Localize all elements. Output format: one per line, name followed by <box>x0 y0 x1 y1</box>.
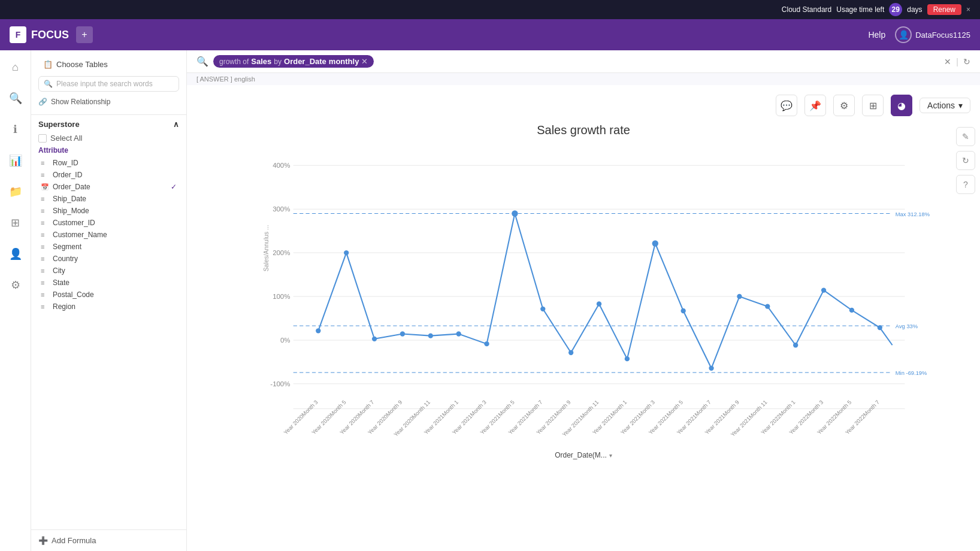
nav-user-icon[interactable]: 👤 <box>6 244 25 264</box>
select-all-checkbox[interactable] <box>38 134 47 143</box>
header-right: Help 👤 DataFocus1125 <box>868 26 970 43</box>
clear-search-icon[interactable]: ✕ <box>944 57 951 66</box>
table-icon-btn[interactable]: ⊞ <box>862 95 884 116</box>
top-banner: Cloud Standard Usage time left 29 days R… <box>0 0 980 19</box>
field-item-ship_date[interactable]: ≡Ship_Date <box>38 193 179 205</box>
answer-label: [ ANSWER ] english <box>187 73 980 85</box>
field-type-icon: ≡ <box>41 171 49 178</box>
left-nav: ⌂ 🔍 ℹ 📊 📁 ⊞ 👤 ⚙ <box>0 50 31 551</box>
add-formula-label: Add Formula <box>52 536 96 545</box>
field-name-label: Segment <box>53 243 177 251</box>
field-name-label: Country <box>53 255 177 263</box>
user-avatar: 👤 <box>895 26 912 43</box>
nav-table2-icon[interactable]: ⊞ <box>6 213 25 232</box>
field-item-row_id[interactable]: ≡Row_ID <box>38 157 179 169</box>
pill-order-date: Order_Date <box>284 57 326 66</box>
nav-search-icon[interactable]: 🔍 <box>6 89 25 108</box>
svg-text:300%: 300% <box>273 205 290 213</box>
nav-folder-icon[interactable]: 📁 <box>6 182 25 201</box>
refresh-search-icon[interactable]: ↻ <box>963 57 970 66</box>
field-name-label: Row_ID <box>53 159 177 167</box>
pill-close-icon[interactable]: ✕ <box>361 57 368 66</box>
new-tab-button[interactable]: + <box>76 26 93 43</box>
search-pill[interactable]: growth of Sales by Order_Date monthly ✕ <box>213 55 374 68</box>
field-item-country[interactable]: ≡Country <box>38 253 179 265</box>
data-point <box>428 333 433 338</box>
table-header[interactable]: Superstore ∧ <box>38 120 179 129</box>
field-item-state[interactable]: ≡State <box>38 277 179 289</box>
field-name-label: Region <box>53 302 177 311</box>
logo-icon: F <box>10 26 26 43</box>
settings-icon-btn[interactable]: ⚙ <box>833 95 855 116</box>
field-item-order_id[interactable]: ≡Order_ID <box>38 169 179 181</box>
field-item-ship_mode[interactable]: ≡Ship_Mode <box>38 205 179 217</box>
field-item-customer_name[interactable]: ≡Customer_Name <box>38 229 179 241</box>
data-point <box>652 240 658 246</box>
help-link[interactable]: Help <box>868 30 885 40</box>
nav-home-icon[interactable]: ⌂ <box>6 57 25 77</box>
field-type-icon: 📅 <box>41 183 49 191</box>
field-name-label: Order_ID <box>53 171 177 179</box>
renew-button[interactable]: Renew <box>927 4 961 15</box>
field-item-city[interactable]: ≡City <box>38 265 179 277</box>
pill-monthly: monthly <box>329 57 359 66</box>
fields-list: ≡Row_ID≡Order_ID📅Order_Date✓≡Ship_Date≡S… <box>38 157 179 313</box>
field-type-icon: ≡ <box>41 231 49 238</box>
svg-text:Min -69.19%: Min -69.19% <box>896 370 927 376</box>
chart-svg-wrap: 400% 300% 200% 100% 0% -100% Sales/Annul… <box>196 147 970 449</box>
nav-info-icon[interactable]: ℹ <box>6 120 25 139</box>
chart-title: Sales growth rate <box>196 123 970 137</box>
chat-icon-btn[interactable]: 💬 <box>776 95 797 116</box>
data-point <box>400 331 405 336</box>
pie-chart-icon-btn[interactable]: ◕ <box>891 95 912 116</box>
search-actions: ✕ | ↻ <box>944 57 970 66</box>
svg-text:-100%: -100% <box>270 380 290 387</box>
field-name-label: Postal_Code <box>53 290 177 299</box>
search-placeholder: Please input the search words <box>56 80 153 88</box>
field-type-icon: ≡ <box>41 303 49 310</box>
field-item-region[interactable]: ≡Region <box>38 301 179 313</box>
edit-chart-button[interactable]: ✎ <box>956 127 975 146</box>
field-name-label: Customer_ID <box>53 219 177 227</box>
add-formula-button[interactable]: ➕ Add Formula <box>31 529 186 551</box>
logo-text: FOCUS <box>31 29 69 41</box>
field-type-icon: ≡ <box>41 291 49 298</box>
field-type-icon: ≡ <box>41 207 49 214</box>
field-item-segment[interactable]: ≡Segment <box>38 241 179 253</box>
field-type-icon: ≡ <box>41 255 49 262</box>
sidebar: 📋 Choose Tables 🔍 Please input the searc… <box>31 50 187 551</box>
actions-chevron: ▾ <box>958 101 963 110</box>
choose-tables-button[interactable]: 📋 Choose Tables <box>38 57 179 71</box>
field-item-customer_id[interactable]: ≡Customer_ID <box>38 217 179 229</box>
field-type-icon: ≡ <box>41 279 49 286</box>
data-point <box>484 341 489 346</box>
field-type-icon: ≡ <box>41 243 49 250</box>
x-axis-label[interactable]: Order_Date(M... ▾ <box>196 451 970 459</box>
nav-settings-icon[interactable]: ⚙ <box>6 276 25 295</box>
svg-text:0%: 0% <box>280 337 291 344</box>
nav-chart-icon[interactable]: 📊 <box>6 151 25 170</box>
add-formula-icon: ➕ <box>38 536 48 545</box>
pill-sales: Sales <box>251 57 271 66</box>
pill-growth-of: growth of <box>219 57 249 66</box>
data-point <box>878 325 882 330</box>
choose-tables-label: Choose Tables <box>56 60 108 69</box>
svg-text:200%: 200% <box>273 249 290 256</box>
field-type-icon: ≡ <box>41 159 49 166</box>
chart-container: 💬 📌 ⚙ ⊞ ◕ Actions ▾ Sales growth rate ✎ … <box>187 85 980 551</box>
chart-toolbar: 💬 📌 ⚙ ⊞ ◕ Actions ▾ <box>196 95 970 116</box>
cloud-label: Cloud Standard <box>782 5 831 14</box>
sidebar-header: 📋 Choose Tables 🔍 Please input the searc… <box>31 50 186 115</box>
actions-button[interactable]: Actions ▾ <box>919 98 970 113</box>
select-all-row[interactable]: Select All <box>38 134 179 143</box>
sidebar-search[interactable]: 🔍 Please input the search words <box>38 76 179 92</box>
pin-icon-btn[interactable]: 📌 <box>804 95 826 116</box>
data-point <box>625 356 630 361</box>
data-point <box>681 308 686 313</box>
close-icon[interactable]: × <box>966 5 970 14</box>
show-relationship[interactable]: 🔗 Show Relationship <box>38 96 179 107</box>
days-unit: days <box>907 5 922 14</box>
field-item-postal_code[interactable]: ≡Postal_Code <box>38 289 179 301</box>
field-name-label: Ship_Date <box>53 195 177 203</box>
field-item-order_date[interactable]: 📅Order_Date✓ <box>38 181 179 193</box>
